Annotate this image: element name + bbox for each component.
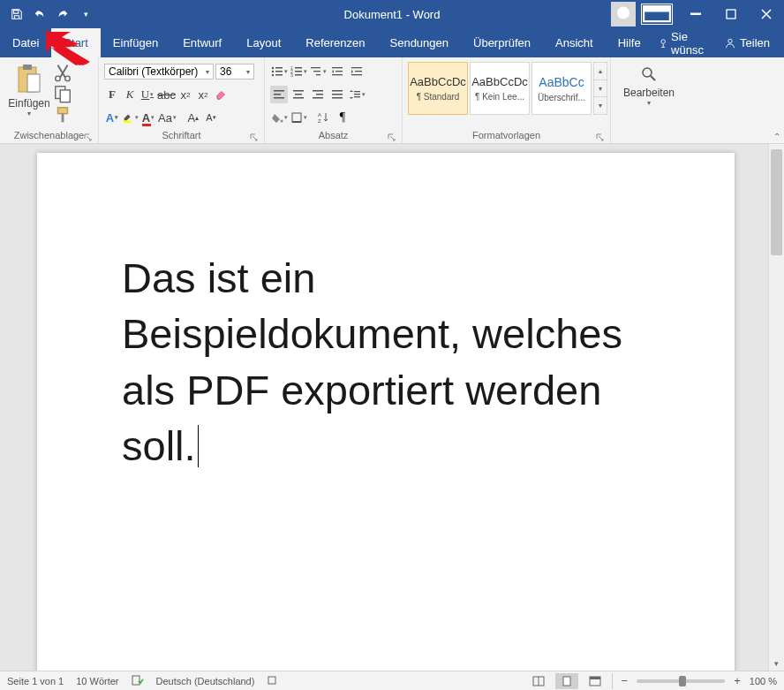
zoom-slider-knob[interactable] xyxy=(679,676,686,686)
decrease-indent-button[interactable] xyxy=(328,63,346,80)
tab-layout[interactable]: Layout xyxy=(234,28,293,57)
svg-rect-23 xyxy=(275,71,283,72)
ribbon-display-icon[interactable] xyxy=(641,4,673,25)
tab-ansicht[interactable]: Ansicht xyxy=(543,28,606,57)
user-avatar[interactable] xyxy=(611,2,636,27)
highlight-button[interactable]: ▾ xyxy=(122,109,139,126)
zoom-in-button[interactable]: + xyxy=(730,674,744,687)
line-spacing-button[interactable]: ▾ xyxy=(348,86,366,103)
tab-einfuegen[interactable]: Einfügen xyxy=(101,28,170,57)
numbering-button[interactable]: 123▾ xyxy=(290,63,307,80)
document-area: Das ist ein Beispieldokument, welches al… xyxy=(0,144,784,671)
style-no-spacing[interactable]: AaBbCcDc ¶ Kein Lee... xyxy=(470,62,530,115)
font-color-button[interactable]: A▾ xyxy=(140,109,156,126)
svg-rect-32 xyxy=(311,67,320,68)
dialog-launcher-icon[interactable] xyxy=(250,133,259,141)
tab-hilfe[interactable]: Hilfe xyxy=(606,28,653,57)
qat-customize-icon[interactable]: ▾ xyxy=(76,4,95,24)
window-controls xyxy=(611,0,784,28)
italic-button[interactable]: K xyxy=(122,86,138,103)
svg-rect-12 xyxy=(27,74,40,92)
strikethrough-button[interactable]: abc xyxy=(157,86,176,103)
tab-entwurf[interactable]: Entwurf xyxy=(170,28,234,57)
style-standard[interactable]: AaBbCcDc ¶ Standard xyxy=(408,62,468,115)
shrink-font-button[interactable]: A▾ xyxy=(203,109,219,126)
styles-gallery-scroll: ▴ ▾ ▾ xyxy=(593,62,607,115)
share-button[interactable]: Teilen xyxy=(719,36,775,49)
zoom-out-button[interactable]: − xyxy=(618,674,632,687)
minimize-button[interactable] xyxy=(678,0,713,28)
gallery-up-button[interactable]: ▴ xyxy=(594,63,607,80)
cut-button[interactable] xyxy=(53,64,72,81)
save-icon[interactable] xyxy=(7,4,26,24)
zoom-level[interactable]: 100 % xyxy=(750,676,777,686)
read-mode-button[interactable] xyxy=(527,673,550,689)
scroll-down-button[interactable]: ▾ xyxy=(769,656,784,671)
svg-rect-54 xyxy=(354,94,360,95)
word-count[interactable]: 10 Wörter xyxy=(76,676,118,686)
web-layout-button[interactable] xyxy=(584,673,607,689)
font-name-combo[interactable]: Calibri (Textkörper)▾ xyxy=(104,64,214,80)
justify-button[interactable] xyxy=(328,86,346,103)
svg-rect-69 xyxy=(590,677,600,679)
subscript-button[interactable]: x2 xyxy=(177,86,193,103)
dialog-launcher-icon[interactable] xyxy=(596,133,605,141)
maximize-button[interactable] xyxy=(713,0,749,28)
shading-button[interactable]: ▾ xyxy=(270,109,288,126)
macro-icon[interactable] xyxy=(267,675,277,687)
redo-icon[interactable] xyxy=(53,4,72,24)
tab-ueberpruefen[interactable]: Überprüfen xyxy=(461,28,543,57)
format-painter-button[interactable] xyxy=(53,106,72,124)
align-left-button[interactable] xyxy=(270,86,288,103)
group-clipboard: Einfügen ▾ Zwischenablage xyxy=(0,57,99,143)
tab-datei[interactable]: Datei xyxy=(0,28,51,57)
document-viewport[interactable]: Das ist ein Beispieldokument, welches al… xyxy=(0,144,768,671)
increase-indent-button[interactable] xyxy=(348,63,366,80)
paste-button[interactable]: Einfügen ▾ xyxy=(5,60,53,129)
close-button[interactable] xyxy=(749,0,784,28)
vertical-scrollbar[interactable]: ▴ ▾ xyxy=(768,144,784,671)
gallery-down-button[interactable]: ▾ xyxy=(594,80,607,98)
style-heading1[interactable]: AaBbCc Überschrif... xyxy=(531,62,592,115)
document-body-text[interactable]: Das ist ein Beispieldokument, welches al… xyxy=(122,250,650,474)
font-size-combo[interactable]: 36▾ xyxy=(215,64,254,80)
language-indicator[interactable]: Deutsch (Deutschland) xyxy=(156,676,255,686)
tell-me-button[interactable]: Sie wünsc xyxy=(653,30,715,57)
svg-rect-57 xyxy=(292,113,301,122)
multilevel-list-button[interactable]: ▾ xyxy=(309,63,327,80)
underline-button[interactable]: U▾ xyxy=(139,86,155,103)
change-case-button[interactable]: Aa▾ xyxy=(158,109,177,126)
tab-sendungen[interactable]: Sendungen xyxy=(378,28,462,57)
svg-point-4 xyxy=(661,39,666,43)
spell-check-icon[interactable] xyxy=(132,674,144,688)
print-layout-button[interactable] xyxy=(555,673,578,689)
superscript-button[interactable]: x2 xyxy=(195,86,211,103)
svg-rect-19 xyxy=(124,121,132,124)
zoom-slider[interactable] xyxy=(637,679,725,683)
show-marks-button[interactable]: ¶ xyxy=(334,109,351,126)
dialog-launcher-icon[interactable] xyxy=(84,133,93,141)
sort-button[interactable]: AZ xyxy=(314,109,332,126)
scrollbar-thumb[interactable] xyxy=(771,149,782,255)
text-effects-button[interactable]: A▾ xyxy=(104,109,120,126)
clear-formatting-button[interactable] xyxy=(213,86,229,103)
bold-button[interactable]: F xyxy=(104,86,120,103)
borders-button[interactable]: ▾ xyxy=(290,109,307,126)
copy-button[interactable] xyxy=(53,85,72,102)
align-right-button[interactable] xyxy=(309,86,327,103)
tab-start[interactable]: Start xyxy=(51,28,100,57)
svg-rect-25 xyxy=(275,74,283,76)
page[interactable]: Das ist ein Beispieldokument, welches al… xyxy=(37,153,735,671)
undo-icon[interactable] xyxy=(30,4,49,24)
collapse-ribbon-button[interactable]: ⌃ xyxy=(773,132,780,141)
bullets-button[interactable]: ▾ xyxy=(270,63,288,80)
align-center-button[interactable] xyxy=(290,86,307,103)
gallery-more-button[interactable]: ▾ xyxy=(594,97,607,114)
dialog-launcher-icon[interactable] xyxy=(388,133,396,141)
svg-point-20 xyxy=(271,67,273,69)
tab-referenzen[interactable]: Referenzen xyxy=(293,28,377,57)
editing-button[interactable]: Bearbeiten ▾ xyxy=(623,60,675,129)
grow-font-button[interactable]: A▴ xyxy=(185,109,201,126)
svg-rect-48 xyxy=(316,94,323,95)
page-indicator[interactable]: Seite 1 von 1 xyxy=(7,676,64,686)
